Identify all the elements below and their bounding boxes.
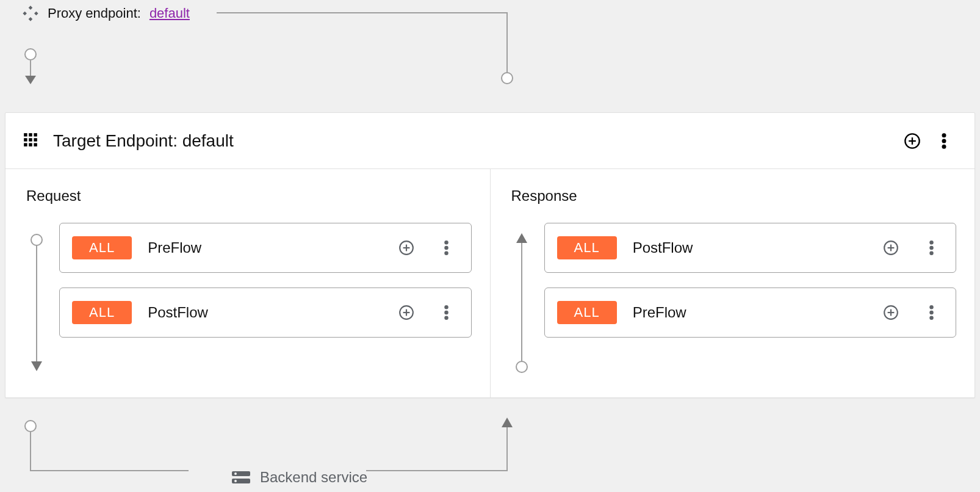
svg-point-42 — [929, 246, 934, 250]
flow-name: PreFlow — [633, 304, 686, 321]
proxy-endpoint-link[interactable]: default — [150, 5, 190, 21]
svg-point-34 — [444, 316, 449, 320]
svg-marker-54 — [502, 418, 513, 427]
svg-point-17 — [942, 133, 946, 137]
flow-badge: ALL — [72, 301, 132, 324]
backend-service-row: Backend service — [232, 469, 367, 486]
connector-line — [366, 470, 508, 471]
proxy-endpoint-icon — [22, 5, 39, 22]
proxy-endpoint-label: Proxy endpoint: — [48, 5, 141, 21]
connector-node — [24, 48, 37, 60]
connector-line — [30, 470, 189, 471]
grid-icon — [23, 132, 38, 150]
flow-name: PreFlow — [148, 239, 201, 256]
flow-badge: ALL — [72, 236, 132, 259]
svg-rect-13 — [34, 143, 37, 146]
svg-rect-3 — [29, 17, 33, 21]
flow-item[interactable]: ALL PostFlow — [59, 288, 472, 338]
svg-rect-9 — [29, 138, 32, 141]
response-column: Response ALL PostFlow ALL PreFlow — [490, 169, 975, 397]
svg-rect-5 — [24, 133, 27, 136]
flow-menu-button[interactable] — [434, 236, 459, 260]
svg-point-43 — [929, 251, 934, 255]
svg-rect-6 — [29, 133, 32, 136]
svg-point-48 — [929, 311, 934, 315]
svg-point-37 — [516, 361, 527, 372]
svg-marker-22 — [31, 361, 42, 371]
request-column: Request ALL PreFlow ALL PostFlow — [5, 169, 490, 397]
svg-point-52 — [234, 472, 237, 475]
svg-point-27 — [444, 246, 449, 250]
add-endpoint-button[interactable] — [899, 128, 926, 154]
svg-rect-7 — [34, 133, 37, 136]
svg-point-33 — [444, 311, 449, 315]
svg-marker-35 — [516, 233, 527, 243]
svg-rect-8 — [24, 138, 27, 141]
svg-point-32 — [444, 305, 449, 309]
svg-rect-2 — [34, 12, 38, 16]
svg-point-28 — [444, 251, 449, 255]
svg-rect-12 — [29, 143, 32, 146]
svg-point-19 — [942, 144, 946, 148]
request-flow-arrow — [30, 233, 43, 374]
proxy-endpoint-row: Proxy endpoint: default — [22, 5, 190, 22]
flow-badge: ALL — [557, 236, 617, 259]
connector-line — [506, 426, 508, 471]
add-policy-button[interactable] — [394, 236, 419, 260]
svg-marker-4 — [25, 76, 36, 84]
request-title: Request — [26, 187, 472, 204]
add-policy-button[interactable] — [394, 300, 419, 325]
flow-badge: ALL — [557, 301, 617, 324]
svg-rect-11 — [24, 143, 27, 146]
flow-item[interactable]: ALL PostFlow — [544, 223, 957, 273]
flow-item[interactable]: ALL PreFlow — [59, 223, 472, 273]
flow-item[interactable]: ALL PreFlow — [544, 288, 957, 338]
target-endpoint-header: Target Endpoint: default — [5, 113, 975, 169]
backend-service-icon — [232, 470, 250, 485]
response-title: Response — [511, 187, 957, 204]
target-endpoint-card: Target Endpoint: default Request ALL Pre… — [5, 112, 975, 398]
flow-menu-button[interactable] — [919, 300, 943, 325]
connector-line — [217, 12, 508, 13]
endpoint-menu-button[interactable] — [931, 128, 957, 154]
flow-name: PostFlow — [148, 304, 208, 321]
add-policy-button[interactable] — [879, 236, 903, 260]
connector-node — [24, 420, 37, 432]
arrow-up-icon — [502, 418, 513, 427]
svg-point-53 — [234, 480, 237, 482]
connector-line — [30, 432, 31, 470]
response-flow-arrow — [515, 233, 528, 374]
arrow-down-icon — [25, 76, 36, 85]
flow-menu-button[interactable] — [919, 236, 943, 260]
svg-point-49 — [929, 316, 934, 320]
svg-point-47 — [929, 305, 934, 309]
svg-point-41 — [929, 241, 934, 245]
add-policy-button[interactable] — [879, 300, 903, 325]
svg-point-18 — [942, 139, 946, 143]
target-endpoint-title: Target Endpoint: default — [53, 131, 234, 151]
svg-rect-1 — [23, 12, 27, 16]
svg-point-20 — [31, 234, 42, 245]
connector-node — [501, 72, 513, 84]
svg-rect-0 — [29, 5, 33, 10]
backend-service-label: Backend service — [260, 469, 367, 486]
flow-menu-button[interactable] — [434, 300, 459, 325]
svg-rect-10 — [34, 138, 37, 141]
flow-name: PostFlow — [633, 239, 693, 256]
svg-point-26 — [444, 241, 449, 245]
connector-line — [30, 60, 31, 78]
connector-line — [506, 12, 508, 73]
